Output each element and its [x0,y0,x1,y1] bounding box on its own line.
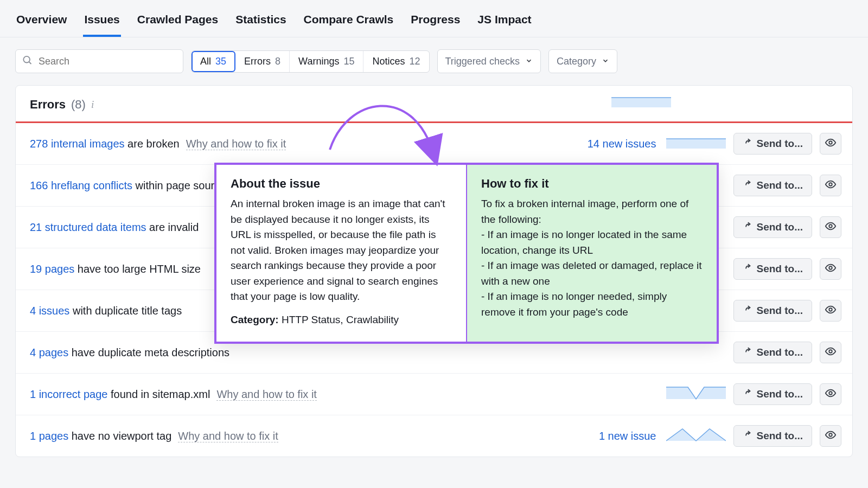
tab-compare-crawls[interactable]: Compare Crawls [303,10,395,37]
info-icon[interactable]: i [91,99,94,111]
issue-suffix: are invalid [146,221,199,233]
hide-issue-button[interactable] [820,258,841,280]
why-fix-link[interactable]: Why and how to fix it [216,388,317,401]
eye-icon [825,262,837,277]
issue-link[interactable]: 1 incorrect page [30,388,107,400]
chevron-down-icon [525,56,533,67]
filter-warnings-label: Warnings [298,56,339,67]
svg-point-9 [829,433,832,436]
filters-bar: All 35 Errors 8 Warnings 15 Notices 12 T… [0,37,868,85]
filter-notices-count: 12 [409,56,420,67]
send-to-button[interactable]: Send to... [733,342,813,363]
tab-progress[interactable]: Progress [410,10,461,37]
why-fix-popover: About the issue An internal broken image… [214,163,719,344]
errors-header: Errors (8) i [16,86,852,123]
issue-text: 1 incorrect page found in sitemap.xmlWhy… [30,388,659,401]
issue-link[interactable]: 21 structured data items [30,221,146,233]
hide-issue-button[interactable] [820,175,841,196]
share-arrow-icon [743,221,752,234]
svg-point-7 [829,350,832,353]
share-arrow-icon [743,430,752,442]
send-to-label: Send to... [757,430,803,442]
send-to-label: Send to... [757,263,803,275]
why-fix-link[interactable]: Why and how to fix it [178,430,278,442]
issue-text: 278 internal images are brokenWhy and ho… [30,138,580,150]
issue-row: 1 pages have no viewport tagWhy and how … [16,415,852,457]
svg-point-3 [829,183,832,186]
issue-suffix: are broken [125,138,180,150]
tab-issues[interactable]: Issues [83,10,120,37]
send-to-button[interactable]: Send to... [733,175,813,196]
hide-issue-button[interactable] [820,342,841,363]
filter-all[interactable]: All 35 [192,51,235,72]
issue-link[interactable]: 278 internal images [30,138,125,150]
share-arrow-icon [743,305,752,317]
share-arrow-icon [743,388,752,401]
eye-icon [825,387,837,402]
issue-suffix: found in sitemap.xml [107,388,210,400]
issue-link[interactable]: 19 pages [30,263,74,275]
share-arrow-icon [743,263,752,275]
filter-warnings[interactable]: Warnings 15 [290,51,363,72]
tab-js-impact[interactable]: JS Impact [476,10,532,37]
new-issues-badge[interactable]: 1 new issue [599,430,656,442]
svg-line-1 [29,62,31,64]
hide-issue-button[interactable] [820,425,841,447]
send-to-button[interactable]: Send to... [733,425,813,447]
send-to-label: Send to... [757,179,803,191]
eye-icon [825,429,837,444]
tab-crawled-pages[interactable]: Crawled Pages [136,10,219,37]
svg-point-8 [829,391,832,395]
trend-sparkline [666,426,726,444]
issue-link[interactable]: 166 hreflang conflicts [30,179,132,191]
filter-all-count: 35 [215,56,226,67]
category-label: Category: [231,314,279,325]
svg-point-5 [829,266,832,269]
about-category: Category: HTTP Status, Crawlability [231,312,452,328]
header-sparkline [611,93,671,112]
issue-link[interactable]: 4 issues [30,305,69,317]
filter-errors-count: 8 [275,56,280,67]
filter-notices[interactable]: Notices 12 [363,51,429,72]
hide-issue-button[interactable] [820,133,841,155]
send-to-label: Send to... [757,221,803,233]
why-fix-link[interactable]: Why and how to fix it [186,138,286,150]
hide-issue-button[interactable] [820,300,841,322]
eye-icon [825,220,837,235]
hide-issue-button[interactable] [820,383,841,405]
filter-notices-label: Notices [372,56,405,67]
filter-warnings-count: 15 [343,56,354,67]
issue-link[interactable]: 4 pages [30,346,68,358]
eye-icon [825,137,837,151]
send-to-button[interactable]: Send to... [733,383,813,405]
eye-icon [825,304,837,318]
send-to-label: Send to... [757,138,803,150]
tab-overview[interactable]: Overview [15,10,68,37]
send-to-button[interactable]: Send to... [733,216,813,238]
send-to-button[interactable]: Send to... [733,258,813,280]
search-input[interactable] [15,49,183,73]
issue-suffix: with duplicate title tags [69,305,182,317]
send-to-label: Send to... [757,346,803,358]
tab-statistics[interactable]: Statistics [234,10,287,37]
category-dropdown[interactable]: Category [548,49,617,73]
about-title: About the issue [231,177,452,191]
about-body: An internal broken image is an image tha… [231,196,452,305]
issue-suffix: have no viewport tag [68,430,171,442]
triggered-checks-dropdown[interactable]: Triggered checks [437,49,541,73]
triggered-checks-label: Triggered checks [445,56,520,67]
send-to-button[interactable]: Send to... [733,300,813,322]
howto-column: How to fix it To fix a broken internal i… [466,165,717,342]
about-column: About the issue An internal broken image… [216,165,466,342]
new-issues-badge[interactable]: 14 new issues [588,138,656,150]
category-value: HTTP Status, Crawlability [279,314,399,325]
issue-text: 1 pages have no viewport tagWhy and how … [30,430,591,442]
svg-point-4 [829,224,832,228]
svg-point-0 [23,56,30,63]
trend-sparkline [666,384,726,402]
hide-issue-button[interactable] [820,216,841,238]
eye-icon [825,178,837,193]
filter-errors[interactable]: Errors 8 [235,51,290,72]
issue-link[interactable]: 1 pages [30,430,68,442]
send-to-button[interactable]: Send to... [733,133,813,155]
